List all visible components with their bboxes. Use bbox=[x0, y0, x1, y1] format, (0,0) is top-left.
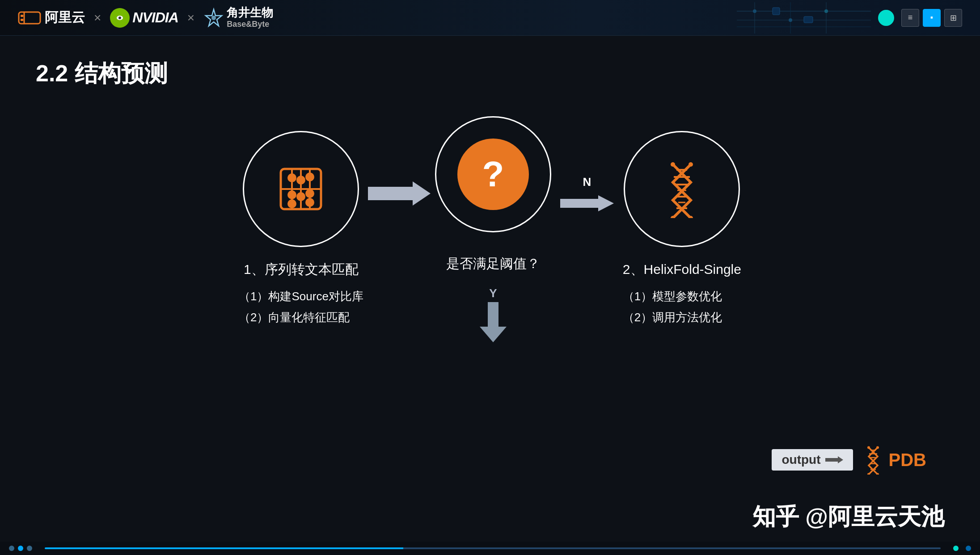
node1-circle bbox=[243, 131, 359, 247]
arrow2-n: N bbox=[551, 175, 623, 212]
pdb-dna-icon bbox=[862, 445, 884, 475]
pdb-label: PDB bbox=[862, 445, 926, 475]
node2-labels: 是否满足阈值？ bbox=[446, 246, 540, 282]
basebyte-logo: 角井生物 Base&Byte bbox=[203, 6, 273, 29]
node1-sub1: （1）构建Source对比库 bbox=[239, 286, 363, 307]
arrow1 bbox=[363, 180, 435, 207]
basebyte-line1: 角井生物 bbox=[227, 6, 273, 20]
y-label: Y bbox=[489, 286, 497, 300]
node2-wrapper: ? 是否满足阈值？ Y bbox=[435, 116, 551, 342]
basebyte-line2: Base&Byte bbox=[227, 20, 273, 29]
aliyun-logo-icon bbox=[18, 8, 41, 27]
output-arrow-icon bbox=[825, 456, 843, 463]
progress-dot-3 bbox=[27, 546, 32, 551]
question-mark: ? bbox=[482, 156, 504, 192]
svg-rect-2 bbox=[21, 15, 23, 17]
fullscreen-btn[interactable]: ⊞ bbox=[944, 9, 962, 27]
node2-inner: ? bbox=[457, 139, 529, 210]
svg-point-31 bbox=[305, 189, 314, 198]
progress-dot-2 bbox=[18, 546, 23, 551]
node3-circle bbox=[624, 131, 740, 247]
node1-wrapper: 1、序列转文本匹配 （1）构建Source对比库 （2）向量化特征匹配 bbox=[239, 131, 363, 328]
status-dot bbox=[953, 546, 959, 551]
aliyun-text: 阿里云 bbox=[45, 8, 85, 27]
svg-point-15 bbox=[753, 9, 756, 13]
nvidia-text: NVIDIA bbox=[132, 9, 178, 26]
svg-point-53 bbox=[867, 446, 870, 449]
output-badge: output bbox=[772, 449, 853, 471]
dna-icon bbox=[659, 160, 704, 218]
section-title: 2.2 结构预测 bbox=[36, 58, 944, 89]
aliyun-logo: 阿里云 bbox=[18, 8, 85, 27]
svg-marker-34 bbox=[480, 302, 507, 342]
svg-point-25 bbox=[287, 173, 296, 182]
svg-point-26 bbox=[296, 176, 305, 185]
node3-wrapper: 2、HelixFold-Single （1）模型参数优化 （2）调用方法优化 bbox=[623, 131, 741, 328]
basebyte-text: 角井生物 Base&Byte bbox=[227, 6, 273, 29]
header-bar: 阿里云 × NVIDIA × 角井生物 Base&Byte bbox=[0, 0, 980, 36]
svg-point-16 bbox=[789, 18, 792, 22]
svg-point-43 bbox=[671, 162, 675, 167]
arrow-n-icon bbox=[560, 194, 614, 212]
svg-point-44 bbox=[689, 162, 693, 167]
status-dot2 bbox=[966, 546, 971, 551]
svg-point-32 bbox=[305, 198, 314, 207]
svg-point-8 bbox=[211, 16, 216, 20]
svg-marker-47 bbox=[825, 456, 843, 463]
svg-point-28 bbox=[287, 190, 296, 199]
node3-labels: 2、HelixFold-Single （1）模型参数优化 （2）调用方法优化 bbox=[623, 261, 741, 328]
svg-point-30 bbox=[296, 192, 305, 201]
node1-labels: 1、序列转文本匹配 （1）构建Source对比库 （2）向量化特征匹配 bbox=[239, 261, 363, 328]
watermark: 知乎 @阿里云天池 bbox=[752, 501, 944, 533]
header-logos: 阿里云 × NVIDIA × 角井生物 Base&Byte bbox=[18, 6, 273, 29]
output-label: output bbox=[781, 453, 820, 467]
svg-point-54 bbox=[876, 446, 879, 449]
node1-main-label: 1、序列转文本匹配 bbox=[239, 261, 363, 279]
output-area: output PDB bbox=[772, 445, 926, 475]
n-label: N bbox=[583, 175, 591, 189]
main-content: 2.2 结构预测 bbox=[0, 36, 980, 555]
node3-sub1: （1）模型参数优化 bbox=[623, 286, 741, 307]
svg-point-29 bbox=[287, 199, 296, 208]
svg-point-27 bbox=[305, 172, 314, 181]
node1-sub-labels: （1）构建Source对比库 （2）向量化特征匹配 bbox=[239, 286, 363, 328]
pdb-text: PDB bbox=[889, 450, 926, 470]
node3-sub2: （2）调用方法优化 bbox=[623, 307, 741, 328]
nvidia-logo: NVIDIA bbox=[110, 8, 178, 28]
node2-question: 是否满足阈值？ bbox=[446, 255, 540, 273]
node2-circle: ? bbox=[435, 116, 551, 232]
arrow-down-icon bbox=[480, 302, 507, 342]
star-icon bbox=[203, 8, 224, 28]
header-right-decor: ≡ ▪ ⊞ bbox=[737, 2, 962, 34]
progress-dot-1 bbox=[9, 546, 14, 551]
progress-bar bbox=[45, 547, 941, 549]
teal-indicator bbox=[878, 10, 894, 26]
svg-rect-19 bbox=[804, 17, 813, 23]
arrow-right-big-icon bbox=[368, 180, 431, 207]
circuit-decoration bbox=[737, 2, 871, 34]
svg-rect-18 bbox=[773, 8, 780, 15]
svg-point-17 bbox=[824, 9, 828, 13]
bottom-bar bbox=[0, 542, 980, 555]
svg-rect-3 bbox=[21, 19, 23, 21]
svg-marker-33 bbox=[368, 181, 431, 206]
node3-main-label: 2、HelixFold-Single bbox=[623, 261, 741, 279]
y-arrow-container: Y bbox=[480, 286, 507, 342]
svg-point-6 bbox=[118, 17, 121, 19]
grid-btn[interactable]: ▪ bbox=[923, 9, 941, 27]
node3-sub-labels: （1）模型参数优化 （2）调用方法优化 bbox=[623, 286, 741, 328]
separator2: × bbox=[187, 11, 194, 25]
flow-diagram: 1、序列转文本匹配 （1）构建Source对比库 （2）向量化特征匹配 ? bbox=[36, 116, 944, 342]
node1-sub2: （2）向量化特征匹配 bbox=[239, 307, 363, 328]
abacus-icon bbox=[276, 164, 325, 214]
top-controls[interactable]: ≡ ▪ ⊞ bbox=[901, 9, 962, 27]
nvidia-eye-icon bbox=[110, 8, 130, 28]
svg-marker-35 bbox=[560, 195, 614, 211]
separator1: × bbox=[94, 11, 101, 25]
svg-rect-0 bbox=[19, 12, 40, 24]
menu-btn[interactable]: ≡ bbox=[901, 9, 919, 27]
